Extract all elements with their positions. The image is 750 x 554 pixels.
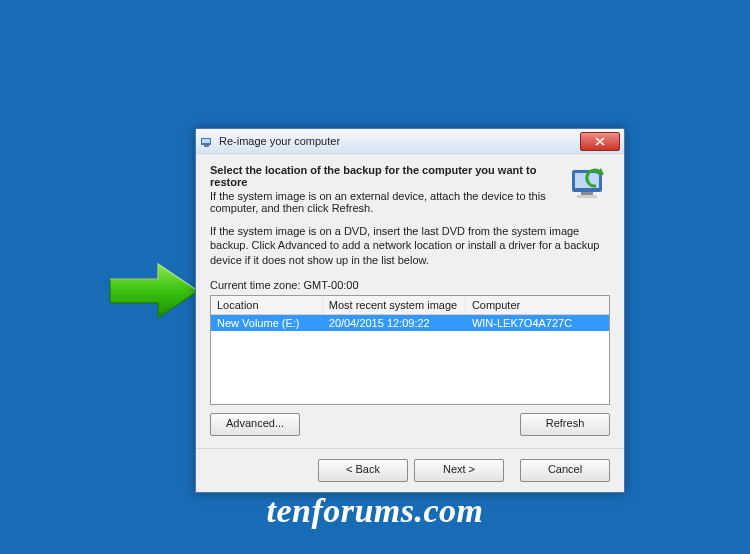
heading: Select the location of the backup for th… [210,164,558,188]
heading-sub: If the system image is on an external de… [210,190,546,214]
svg-rect-2 [204,145,209,147]
cell-location: New Volume (E:) [211,314,322,331]
wizard-button-bar: < Back Next > Cancel [196,448,624,492]
computer-restore-icon [568,164,610,206]
app-icon [200,134,214,148]
refresh-button[interactable]: Refresh [520,413,610,436]
col-location[interactable]: Location [211,296,322,315]
back-button[interactable]: < Back [318,459,408,482]
advanced-button[interactable]: Advanced... [210,413,300,436]
reimage-dialog: Re-image your computer Select the locati… [195,128,625,493]
col-computer[interactable]: Computer [465,296,608,315]
watermark: tenforums.com [0,492,750,530]
close-icon [595,137,605,146]
close-button[interactable] [580,132,620,151]
next-button[interactable]: Next > [414,459,504,482]
cancel-button[interactable]: Cancel [520,459,610,482]
backup-table[interactable]: Location Most recent system image Comput… [210,295,610,405]
cell-image: 20/04/2015 12:09:22 [322,314,465,331]
pointer-arrow [108,261,200,321]
timezone-label: Current time zone: GMT-00:00 [210,279,610,291]
col-image[interactable]: Most recent system image [322,296,465,315]
titlebar[interactable]: Re-image your computer [196,129,624,154]
dvd-note: If the system image is on a DVD, insert … [210,224,610,267]
svg-rect-6 [577,195,597,198]
window-title: Re-image your computer [219,135,580,147]
svg-rect-1 [202,139,210,143]
cell-computer: WIN-LEK7O4A727C [465,314,608,331]
svg-rect-5 [581,192,593,195]
table-row[interactable]: New Volume (E:) 20/04/2015 12:09:22 WIN-… [211,314,609,331]
